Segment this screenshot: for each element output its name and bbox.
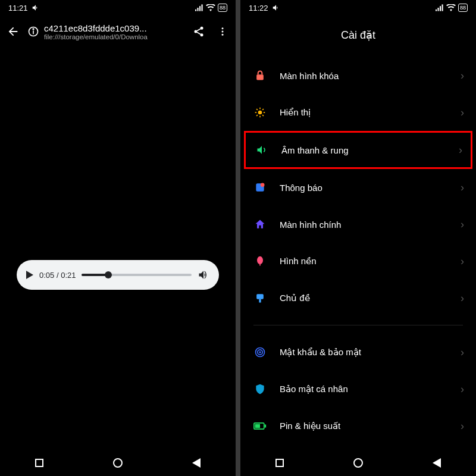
svg-rect-30: [259, 299, 261, 303]
svg-line-26: [262, 109, 264, 110]
svg-point-7: [201, 27, 203, 30]
speaker-icon: [272, 4, 280, 12]
menu-button[interactable]: [213, 22, 232, 41]
settings-item-label: Mật khẩu & bảo mật: [280, 347, 447, 358]
svg-point-11: [222, 31, 224, 33]
settings-item-label: Âm thanh & rung: [281, 145, 446, 155]
wifi-icon: [206, 4, 215, 11]
home-button[interactable]: [113, 458, 123, 468]
browser-header: c4211ec8d3fddde1c039... file:///storage/…: [0, 15, 236, 48]
wifi-icon: [446, 4, 456, 11]
svg-point-6: [33, 29, 34, 30]
chevron-right-icon: ›: [459, 144, 462, 156]
svg-line-25: [256, 115, 258, 116]
theme-icon: [253, 292, 267, 305]
settings-screen: 11:22 88 Cài đặt Màn hình khóa›Hiển thị›…: [239, 0, 476, 476]
nav-bar-right: [240, 450, 476, 476]
status-bar-left: 11:21 88: [0, 0, 236, 15]
settings-item-label: Chủ đề: [280, 293, 447, 303]
svg-point-8: [195, 30, 198, 33]
finger-icon: [253, 346, 267, 359]
chevron-right-icon: ›: [461, 255, 464, 268]
svg-point-33: [259, 352, 261, 353]
share-button[interactable]: [189, 22, 208, 41]
divider: [253, 325, 463, 325]
svg-rect-2: [199, 6, 201, 11]
settings-item-label: Thông báo: [280, 183, 447, 193]
seek-slider[interactable]: [82, 274, 192, 276]
nav-bar-left: [0, 450, 236, 476]
settings-item-shield[interactable]: Bảo mật cá nhân›: [240, 371, 476, 408]
svg-rect-15: [440, 6, 441, 11]
info-icon[interactable]: [27, 26, 39, 37]
settings-item-sound[interactable]: Âm thanh & rung›: [244, 131, 472, 169]
settings-item-label: Bảo mật cá nhân: [280, 384, 447, 394]
svg-rect-36: [265, 424, 267, 427]
settings-item-finger[interactable]: Mật khẩu & bảo mật›: [240, 334, 476, 371]
settings-item-batt[interactable]: Pin & hiệu suất›: [240, 408, 476, 444]
settings-title: Cài đặt: [240, 15, 476, 57]
svg-rect-0: [195, 10, 196, 11]
settings-item-theme[interactable]: Chủ đề›: [240, 280, 476, 317]
notif-icon: [253, 181, 267, 194]
home-icon: [253, 218, 267, 231]
sound-icon: [255, 143, 268, 156]
recents-button[interactable]: [275, 459, 284, 467]
status-time: 11:21: [8, 4, 28, 12]
settings-item-label: Màn hình khóa: [280, 71, 447, 81]
back-button[interactable]: [4, 22, 23, 41]
settings-item-label: Hình nền: [280, 256, 447, 267]
settings-item-lock[interactable]: Màn hình khóa›: [240, 57, 476, 94]
batt-icon: [253, 419, 267, 433]
settings-item-label: Pin & hiệu suất: [280, 421, 447, 431]
svg-point-9: [201, 33, 203, 36]
wall-icon: [253, 255, 267, 268]
play-button[interactable]: [26, 271, 33, 279]
player-time: 0:05 / 0:21: [39, 271, 76, 280]
settings-item-wall[interactable]: Hình nền›: [240, 243, 476, 280]
svg-point-18: [258, 111, 262, 115]
svg-line-23: [256, 109, 258, 110]
status-time: 11:22: [249, 4, 268, 12]
settings-list-1: Màn hình khóa›Hiển thị›Âm thanh & rung›T…: [240, 57, 476, 317]
status-bar-right: 11:22 88: [240, 0, 476, 15]
settings-item-label: Hiển thị: [280, 107, 447, 118]
signal-icon: [195, 4, 203, 11]
svg-rect-1: [197, 8, 198, 11]
audio-player: 0:05 / 0:21: [17, 260, 219, 290]
back-nav-button[interactable]: [192, 458, 201, 468]
svg-rect-35: [255, 424, 260, 428]
page-title: c4211ec8d3fddde1c039...: [44, 23, 184, 33]
browser-screen: 11:21 88 c4211ec8d3fddde1c039... file://…: [0, 0, 237, 476]
svg-rect-29: [256, 294, 264, 299]
settings-item-home[interactable]: Màn hình chính›: [240, 206, 476, 243]
settings-item-sun[interactable]: Hiển thị›: [240, 94, 476, 131]
chevron-right-icon: ›: [461, 383, 464, 396]
home-button[interactable]: [353, 458, 363, 468]
battery-indicator: 88: [218, 4, 227, 12]
speaker-icon: [32, 4, 40, 12]
chevron-right-icon: ›: [461, 181, 464, 194]
svg-rect-14: [437, 8, 439, 11]
settings-item-notif[interactable]: Thông báo›: [240, 169, 476, 206]
recents-button[interactable]: [35, 459, 43, 467]
back-nav-button[interactable]: [433, 458, 441, 468]
svg-rect-13: [436, 10, 437, 11]
chevron-right-icon: ›: [461, 218, 464, 231]
svg-line-24: [262, 115, 264, 116]
shield-icon: [253, 383, 267, 396]
svg-rect-16: [441, 4, 443, 11]
svg-point-28: [261, 183, 265, 187]
lock-icon: [253, 69, 267, 82]
chevron-right-icon: ›: [461, 70, 464, 82]
chevron-right-icon: ›: [461, 107, 464, 119]
svg-rect-17: [256, 74, 264, 80]
chevron-right-icon: ›: [461, 346, 464, 359]
volume-button[interactable]: [198, 269, 209, 281]
svg-rect-3: [201, 4, 202, 11]
battery-indicator: 88: [458, 4, 468, 12]
svg-point-12: [222, 34, 224, 36]
settings-item-label: Màn hình chính: [280, 220, 447, 230]
chevron-right-icon: ›: [461, 292, 464, 305]
sun-icon: [253, 106, 267, 119]
